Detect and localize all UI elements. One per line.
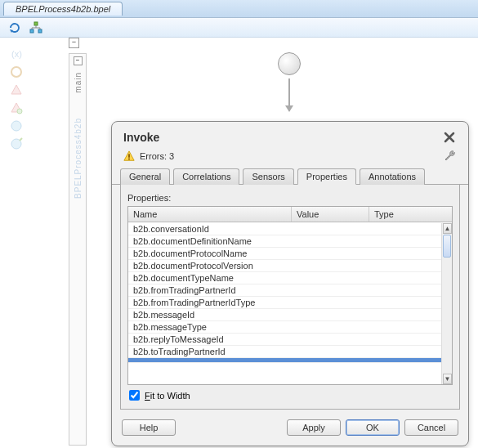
palette-globe-icon[interactable] — [8, 118, 25, 134]
cell-name: b2b.documentProtocolName — [128, 248, 292, 259]
table-row[interactable]: b2b.fromTradingPartnerId — [128, 284, 441, 297]
flow-arrow — [288, 78, 290, 111]
svg-point-5 — [17, 109, 22, 114]
cell-value — [292, 309, 369, 320]
tab-annotations[interactable]: Annotations — [360, 168, 425, 185]
structure-icon[interactable] — [29, 21, 42, 34]
palette-catch-icon[interactable] — [8, 100, 25, 116]
cell-type — [369, 309, 441, 320]
palette-variable-icon[interactable]: (x) — [8, 46, 25, 62]
cell-value — [292, 346, 369, 357]
tab-label: Sensors — [252, 172, 284, 181]
errors-indicator[interactable]: Errors: 3 — [123, 150, 174, 162]
cell-value — [292, 248, 369, 259]
wrench-icon[interactable] — [444, 150, 457, 163]
process-lane: − − main BPELProcess4b2b — [69, 38, 93, 446]
cell-value — [292, 334, 369, 345]
design-canvas: (x) − − main BPELProcess4b2b Invoke Erro… — [0, 38, 478, 448]
scroll-down-icon[interactable]: ▼ — [443, 374, 452, 384]
table-row[interactable]: b2b.messageType — [128, 321, 441, 334]
tab-sensors[interactable]: Sensors — [243, 168, 293, 185]
cell-name: b2b.documentTypeName — [128, 272, 292, 284]
ok-button[interactable]: OK — [346, 419, 400, 436]
refresh-icon[interactable] — [8, 21, 21, 34]
dialog-header: Invoke — [112, 122, 468, 148]
cancel-button[interactable]: Cancel — [404, 419, 458, 436]
fit-to-width-checkbox[interactable] — [129, 390, 140, 401]
invoke-dialog: Invoke Errors: 3 General Correlations Se… — [111, 121, 469, 446]
cell-value — [292, 235, 369, 247]
btn-label: OK — [366, 423, 379, 432]
table-row[interactable]: b2b.replyToMessageId — [128, 334, 441, 346]
tab-properties[interactable]: Properties — [297, 168, 356, 185]
cell-name: b2b.messageId — [128, 309, 292, 320]
properties-label: Properties: — [127, 193, 453, 203]
table-body: b2b.conversationIdb2b.documentDefinition… — [128, 223, 441, 384]
table-row[interactable]: b2b.documentDefinitionName — [128, 235, 441, 248]
cell-name: b2b.toTradingPartnerId — [128, 346, 292, 357]
col-value[interactable]: Value — [292, 207, 369, 222]
cell-type — [369, 346, 441, 357]
lane-collapse-inner[interactable]: − — [74, 56, 83, 65]
cell-name: b2b.documentProtocolVersion — [128, 260, 292, 271]
cell-name: b2b.fromTradingPartnerIdType — [128, 297, 292, 308]
svg-point-4 — [11, 67, 21, 77]
lane-collapse-outer[interactable]: − — [69, 38, 79, 48]
editor-tab[interactable]: BPELProcess4b2b.bpel — [3, 2, 123, 16]
table-row-selected[interactable] — [128, 358, 441, 363]
cell-name: b2b.messageType — [128, 321, 292, 333]
cell-name: b2b.replyToMessageId — [128, 334, 292, 345]
table-row[interactable]: b2b.documentTypeName — [128, 272, 441, 284]
table-row[interactable]: b2b.documentProtocolName — [128, 248, 441, 260]
scroll-track[interactable] — [443, 235, 451, 373]
close-icon[interactable] — [442, 130, 457, 145]
vertical-scrollbar[interactable]: ▲ ▼ — [441, 223, 452, 384]
tab-correlations[interactable]: Correlations — [173, 168, 239, 185]
svg-text:(x): (x) — [11, 49, 22, 59]
fit-underline: F — [145, 391, 150, 401]
table-row[interactable]: b2b.fromTradingPartnerIdType — [128, 297, 441, 309]
lane-box: − main BPELProcess4b2b — [69, 53, 87, 446]
tab-label: Annotations — [369, 172, 416, 181]
table-row[interactable]: b2b.documentProtocolVersion — [128, 260, 441, 272]
scroll-thumb[interactable] — [443, 235, 451, 258]
palette-link-icon[interactable] — [8, 136, 25, 152]
table-header: Name Value Type — [128, 207, 452, 222]
cell-name: b2b.fromTradingPartnerId — [128, 284, 292, 296]
col-name[interactable]: Name — [128, 207, 292, 222]
cell-value — [292, 260, 369, 271]
cell-type — [369, 223, 441, 235]
fit-to-width-label[interactable]: Fit to Width — [145, 391, 190, 401]
properties-panel: Properties: Name Value Type b2b.conversa… — [120, 185, 460, 410]
palette-activity-icon[interactable] — [8, 64, 25, 80]
start-node[interactable] — [278, 52, 301, 75]
cell-type — [369, 321, 441, 333]
btn-label: Apply — [302, 423, 325, 432]
tab-general[interactable]: General — [120, 168, 170, 185]
dialog-title: Invoke — [123, 131, 159, 144]
palette-warning-icon[interactable] — [8, 82, 25, 98]
help-button[interactable]: Help — [122, 419, 176, 436]
svg-rect-2 — [38, 29, 42, 33]
btn-label: Cancel — [418, 423, 445, 432]
tab-label: Properties — [306, 172, 347, 181]
component-palette: (x) — [8, 46, 26, 154]
col-type[interactable]: Type — [369, 207, 452, 222]
apply-button[interactable]: Apply — [287, 419, 341, 436]
properties-table[interactable]: Name Value Type b2b.conversationIdb2b.do… — [127, 206, 453, 385]
svg-rect-9 — [128, 159, 130, 160]
cell-type — [369, 272, 441, 284]
dialog-button-bar: Help Apply OK Cancel — [112, 414, 468, 446]
svg-rect-8 — [128, 154, 130, 157]
cell-type — [369, 260, 441, 271]
table-row[interactable]: b2b.conversationId — [128, 223, 441, 235]
scroll-up-icon[interactable]: ▲ — [443, 223, 452, 234]
warning-icon — [123, 150, 135, 162]
cell-type — [369, 284, 441, 296]
cell-type — [369, 248, 441, 259]
editor-tab-bar: BPELProcess4b2b.bpel — [0, 0, 478, 18]
table-row[interactable]: b2b.messageId — [128, 309, 441, 321]
dialog-meta: Errors: 3 — [112, 148, 468, 168]
cell-type — [369, 334, 441, 345]
table-row[interactable]: b2b.toTradingPartnerId — [128, 346, 441, 358]
